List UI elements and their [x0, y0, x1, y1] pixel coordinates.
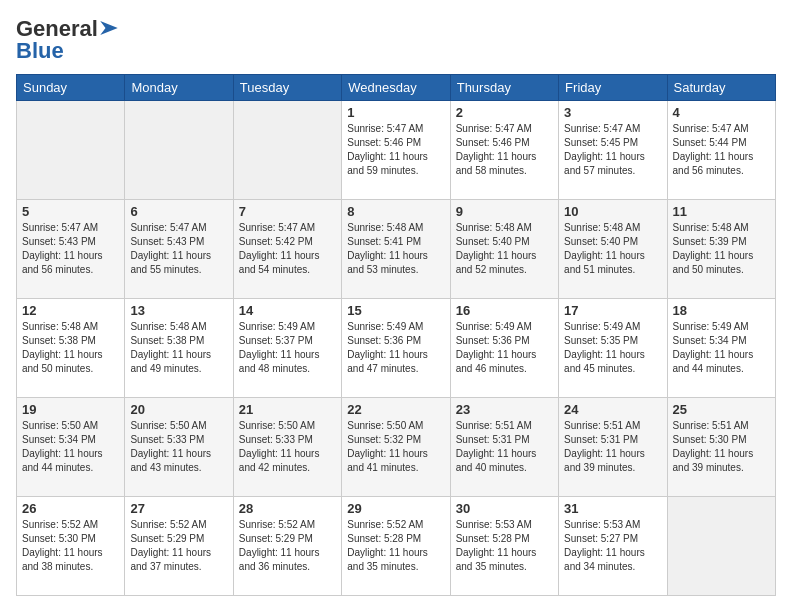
cell-info: Sunrise: 5:47 AM Sunset: 5:46 PM Dayligh…	[456, 122, 553, 178]
weekday-thursday: Thursday	[450, 75, 558, 101]
weekday-tuesday: Tuesday	[233, 75, 341, 101]
calendar-cell: 15Sunrise: 5:49 AM Sunset: 5:36 PM Dayli…	[342, 299, 450, 398]
calendar-cell: 22Sunrise: 5:50 AM Sunset: 5:32 PM Dayli…	[342, 398, 450, 497]
day-number: 14	[239, 303, 336, 318]
day-number: 31	[564, 501, 661, 516]
calendar-cell	[125, 101, 233, 200]
calendar-cell: 5Sunrise: 5:47 AM Sunset: 5:43 PM Daylig…	[17, 200, 125, 299]
cell-info: Sunrise: 5:47 AM Sunset: 5:44 PM Dayligh…	[673, 122, 770, 178]
day-number: 21	[239, 402, 336, 417]
calendar-cell: 23Sunrise: 5:51 AM Sunset: 5:31 PM Dayli…	[450, 398, 558, 497]
calendar-cell: 2Sunrise: 5:47 AM Sunset: 5:46 PM Daylig…	[450, 101, 558, 200]
calendar-cell	[233, 101, 341, 200]
calendar-cell: 1Sunrise: 5:47 AM Sunset: 5:46 PM Daylig…	[342, 101, 450, 200]
logo-blue: Blue	[16, 38, 64, 64]
calendar-cell: 31Sunrise: 5:53 AM Sunset: 5:27 PM Dayli…	[559, 497, 667, 596]
day-number: 22	[347, 402, 444, 417]
logo: General Blue	[16, 16, 118, 64]
weekday-wednesday: Wednesday	[342, 75, 450, 101]
calendar-body: 1Sunrise: 5:47 AM Sunset: 5:46 PM Daylig…	[17, 101, 776, 596]
logo-icon	[100, 21, 118, 35]
svg-marker-0	[100, 21, 118, 35]
cell-info: Sunrise: 5:51 AM Sunset: 5:31 PM Dayligh…	[564, 419, 661, 475]
calendar-cell: 29Sunrise: 5:52 AM Sunset: 5:28 PM Dayli…	[342, 497, 450, 596]
cell-info: Sunrise: 5:49 AM Sunset: 5:36 PM Dayligh…	[456, 320, 553, 376]
day-number: 16	[456, 303, 553, 318]
cell-info: Sunrise: 5:47 AM Sunset: 5:43 PM Dayligh…	[130, 221, 227, 277]
cell-info: Sunrise: 5:48 AM Sunset: 5:40 PM Dayligh…	[456, 221, 553, 277]
day-number: 12	[22, 303, 119, 318]
calendar-cell: 8Sunrise: 5:48 AM Sunset: 5:41 PM Daylig…	[342, 200, 450, 299]
cell-info: Sunrise: 5:49 AM Sunset: 5:35 PM Dayligh…	[564, 320, 661, 376]
cell-info: Sunrise: 5:47 AM Sunset: 5:42 PM Dayligh…	[239, 221, 336, 277]
calendar-cell: 6Sunrise: 5:47 AM Sunset: 5:43 PM Daylig…	[125, 200, 233, 299]
cell-info: Sunrise: 5:49 AM Sunset: 5:36 PM Dayligh…	[347, 320, 444, 376]
calendar-cell: 17Sunrise: 5:49 AM Sunset: 5:35 PM Dayli…	[559, 299, 667, 398]
calendar-cell: 20Sunrise: 5:50 AM Sunset: 5:33 PM Dayli…	[125, 398, 233, 497]
cell-info: Sunrise: 5:47 AM Sunset: 5:46 PM Dayligh…	[347, 122, 444, 178]
calendar-cell: 21Sunrise: 5:50 AM Sunset: 5:33 PM Dayli…	[233, 398, 341, 497]
cell-info: Sunrise: 5:48 AM Sunset: 5:38 PM Dayligh…	[130, 320, 227, 376]
calendar-row-1: 5Sunrise: 5:47 AM Sunset: 5:43 PM Daylig…	[17, 200, 776, 299]
cell-info: Sunrise: 5:48 AM Sunset: 5:38 PM Dayligh…	[22, 320, 119, 376]
day-number: 28	[239, 501, 336, 516]
calendar-cell: 10Sunrise: 5:48 AM Sunset: 5:40 PM Dayli…	[559, 200, 667, 299]
cell-info: Sunrise: 5:53 AM Sunset: 5:28 PM Dayligh…	[456, 518, 553, 574]
day-number: 1	[347, 105, 444, 120]
cell-info: Sunrise: 5:50 AM Sunset: 5:34 PM Dayligh…	[22, 419, 119, 475]
calendar-cell: 14Sunrise: 5:49 AM Sunset: 5:37 PM Dayli…	[233, 299, 341, 398]
header: General Blue	[16, 16, 776, 64]
calendar-cell: 24Sunrise: 5:51 AM Sunset: 5:31 PM Dayli…	[559, 398, 667, 497]
day-number: 24	[564, 402, 661, 417]
calendar-cell: 19Sunrise: 5:50 AM Sunset: 5:34 PM Dayli…	[17, 398, 125, 497]
day-number: 18	[673, 303, 770, 318]
calendar-cell: 12Sunrise: 5:48 AM Sunset: 5:38 PM Dayli…	[17, 299, 125, 398]
cell-info: Sunrise: 5:52 AM Sunset: 5:29 PM Dayligh…	[130, 518, 227, 574]
weekday-header-row: SundayMondayTuesdayWednesdayThursdayFrid…	[17, 75, 776, 101]
day-number: 13	[130, 303, 227, 318]
calendar-cell: 28Sunrise: 5:52 AM Sunset: 5:29 PM Dayli…	[233, 497, 341, 596]
day-number: 25	[673, 402, 770, 417]
calendar-cell	[667, 497, 775, 596]
cell-info: Sunrise: 5:47 AM Sunset: 5:43 PM Dayligh…	[22, 221, 119, 277]
calendar-cell: 26Sunrise: 5:52 AM Sunset: 5:30 PM Dayli…	[17, 497, 125, 596]
day-number: 29	[347, 501, 444, 516]
day-number: 27	[130, 501, 227, 516]
cell-info: Sunrise: 5:50 AM Sunset: 5:32 PM Dayligh…	[347, 419, 444, 475]
day-number: 17	[564, 303, 661, 318]
calendar-row-3: 19Sunrise: 5:50 AM Sunset: 5:34 PM Dayli…	[17, 398, 776, 497]
day-number: 19	[22, 402, 119, 417]
day-number: 4	[673, 105, 770, 120]
cell-info: Sunrise: 5:49 AM Sunset: 5:34 PM Dayligh…	[673, 320, 770, 376]
day-number: 9	[456, 204, 553, 219]
cell-info: Sunrise: 5:51 AM Sunset: 5:30 PM Dayligh…	[673, 419, 770, 475]
day-number: 11	[673, 204, 770, 219]
cell-info: Sunrise: 5:52 AM Sunset: 5:28 PM Dayligh…	[347, 518, 444, 574]
cell-info: Sunrise: 5:47 AM Sunset: 5:45 PM Dayligh…	[564, 122, 661, 178]
cell-info: Sunrise: 5:48 AM Sunset: 5:40 PM Dayligh…	[564, 221, 661, 277]
cell-info: Sunrise: 5:48 AM Sunset: 5:39 PM Dayligh…	[673, 221, 770, 277]
day-number: 7	[239, 204, 336, 219]
day-number: 10	[564, 204, 661, 219]
calendar-row-4: 26Sunrise: 5:52 AM Sunset: 5:30 PM Dayli…	[17, 497, 776, 596]
calendar-cell: 18Sunrise: 5:49 AM Sunset: 5:34 PM Dayli…	[667, 299, 775, 398]
day-number: 5	[22, 204, 119, 219]
day-number: 2	[456, 105, 553, 120]
calendar-cell: 3Sunrise: 5:47 AM Sunset: 5:45 PM Daylig…	[559, 101, 667, 200]
cell-info: Sunrise: 5:53 AM Sunset: 5:27 PM Dayligh…	[564, 518, 661, 574]
weekday-sunday: Sunday	[17, 75, 125, 101]
cell-info: Sunrise: 5:50 AM Sunset: 5:33 PM Dayligh…	[239, 419, 336, 475]
day-number: 20	[130, 402, 227, 417]
day-number: 8	[347, 204, 444, 219]
cell-info: Sunrise: 5:49 AM Sunset: 5:37 PM Dayligh…	[239, 320, 336, 376]
calendar-table: SundayMondayTuesdayWednesdayThursdayFrid…	[16, 74, 776, 596]
day-number: 30	[456, 501, 553, 516]
calendar-cell	[17, 101, 125, 200]
weekday-monday: Monday	[125, 75, 233, 101]
calendar-row-0: 1Sunrise: 5:47 AM Sunset: 5:46 PM Daylig…	[17, 101, 776, 200]
calendar-cell: 13Sunrise: 5:48 AM Sunset: 5:38 PM Dayli…	[125, 299, 233, 398]
calendar-cell: 11Sunrise: 5:48 AM Sunset: 5:39 PM Dayli…	[667, 200, 775, 299]
cell-info: Sunrise: 5:51 AM Sunset: 5:31 PM Dayligh…	[456, 419, 553, 475]
calendar-cell: 16Sunrise: 5:49 AM Sunset: 5:36 PM Dayli…	[450, 299, 558, 398]
day-number: 26	[22, 501, 119, 516]
